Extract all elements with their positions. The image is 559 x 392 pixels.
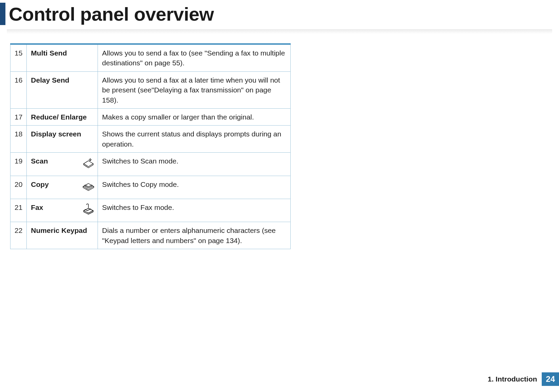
row-name: Fax — [27, 199, 98, 222]
row-description: Shows the current status and displays pr… — [98, 126, 291, 153]
table-row: 19 Scan — [11, 153, 291, 176]
feature-name: Numeric Keypad — [31, 226, 87, 234]
fax-icon — [79, 202, 96, 218]
table-row: 21 Fax — [11, 199, 291, 222]
row-description: Allows you to send a fax at a later time… — [98, 71, 291, 108]
page-number: 24 — [542, 372, 559, 386]
row-description: Makes a copy smaller or larger than the … — [98, 108, 291, 125]
feature-name: Display screen — [31, 130, 81, 138]
row-number: 16 — [11, 71, 27, 108]
row-number: 19 — [11, 153, 27, 176]
row-name: Scan — [27, 153, 98, 176]
row-number: 22 — [11, 222, 27, 249]
row-number: 20 — [11, 176, 27, 199]
table-row: 18 Display screen Shows the current stat… — [11, 126, 291, 153]
scan-icon — [79, 156, 96, 172]
header-divider — [7, 29, 552, 34]
table-row: 16 Delay Send Allows you to send a fax a… — [11, 71, 291, 108]
row-description: Allows you to send a fax to (see "Sendin… — [98, 44, 291, 71]
row-name: Display screen — [27, 126, 98, 153]
row-name: Reduce/ Enlarge — [27, 108, 98, 125]
page-header: Control panel overview — [0, 0, 559, 25]
control-panel-table: 15 Multi Send Allows you to send a fax t… — [10, 43, 291, 249]
feature-name: Delay Send — [31, 76, 69, 84]
feature-name: Reduce/ Enlarge — [31, 113, 87, 121]
table-row: 17 Reduce/ Enlarge Makes a copy smaller … — [11, 108, 291, 125]
row-name: Delay Send — [27, 71, 98, 108]
page-footer: 1. Introduction 24 — [488, 372, 559, 386]
chapter-label: 1. Introduction — [488, 375, 537, 383]
table-row: 20 Copy — [11, 176, 291, 199]
row-description: Dials a number or enters alphanumeric ch… — [98, 222, 291, 249]
row-number: 18 — [11, 126, 27, 153]
row-name: Numeric Keypad — [27, 222, 98, 249]
copy-icon — [79, 179, 96, 195]
row-number: 21 — [11, 199, 27, 222]
feature-name: Fax — [31, 202, 79, 212]
row-description: Switches to Fax mode. — [98, 199, 291, 222]
table-row: 15 Multi Send Allows you to send a fax t… — [11, 44, 291, 71]
row-number: 17 — [11, 108, 27, 125]
header-accent — [0, 3, 5, 25]
row-name: Copy — [27, 176, 98, 199]
row-number: 15 — [11, 44, 27, 71]
row-name: Multi Send — [27, 44, 98, 71]
feature-name: Copy — [31, 179, 79, 189]
page-title: Control panel overview — [9, 3, 214, 25]
row-description: Switches to Copy mode. — [98, 176, 291, 199]
row-description: Switches to Scan mode. — [98, 153, 291, 176]
feature-name: Multi Send — [31, 49, 67, 57]
table-row: 22 Numeric Keypad Dials a number or ente… — [11, 222, 291, 249]
feature-name: Scan — [31, 156, 79, 166]
